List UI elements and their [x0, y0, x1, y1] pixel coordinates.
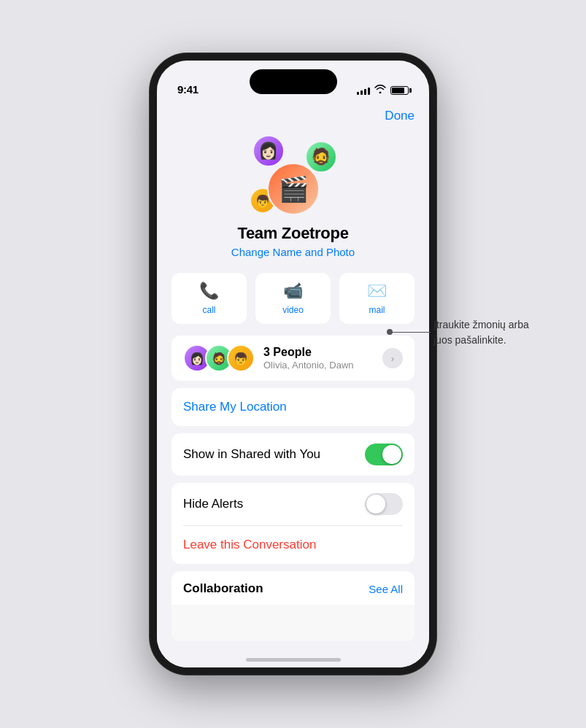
dynamic-island: [250, 69, 337, 94]
hide-alerts-toggle[interactable]: [365, 493, 403, 515]
callout-h-line: [393, 332, 431, 333]
home-indicator: [246, 658, 341, 662]
callout-text: Įtraukite žmonių arbajuos pašalinkite.: [433, 317, 550, 348]
share-location-row[interactable]: Share My Location: [171, 388, 415, 426]
signal-bar-1: [357, 92, 359, 95]
alerts-leave-card: Hide Alerts Leave this Conversation: [171, 483, 415, 564]
collaboration-title: Collaboration: [183, 581, 263, 596]
mail-button[interactable]: ✉️ mail: [339, 273, 415, 324]
callout-dot: [387, 329, 393, 335]
mute-button: [150, 133, 151, 158]
video-button[interactable]: 📹 video: [255, 273, 331, 324]
video-label: video: [282, 305, 304, 315]
people-row[interactable]: 👩🏻 🧔 👦 3 People Olivia, Antonio, Dawn ›: [171, 336, 415, 381]
mail-icon: ✉️: [367, 282, 387, 301]
screen: 9:41: [157, 61, 429, 667]
people-avatars: 👩🏻 🧔 👦: [183, 344, 255, 372]
avatar-top-left: 👩🏻: [252, 135, 285, 167]
leave-row[interactable]: Leave this Conversation: [171, 526, 415, 564]
video-icon: 📹: [283, 282, 303, 301]
power-button: [435, 177, 436, 243]
chevron-right-icon: ›: [391, 353, 394, 364]
share-location-card: Share My Location: [171, 388, 415, 426]
avatar-main: 🎬: [267, 163, 320, 215]
group-avatar-cluster: 👩🏻 🧔 👦 🎬: [250, 135, 337, 215]
hide-alerts-row: Hide Alerts: [171, 483, 415, 525]
volume-down-button: [150, 230, 151, 278]
people-chevron-button[interactable]: ›: [382, 348, 403, 368]
show-shared-label: Show in Shared with You: [183, 447, 320, 462]
callout-annotation: Įtraukite žmonių arbajuos pašalinkite.: [387, 317, 586, 348]
toggle-thumb: [382, 445, 401, 464]
profile-section: 👩🏻 🧔 👦 🎬 Team Zoetrope: [157, 129, 429, 273]
signal-bar-2: [361, 90, 363, 95]
person-avatar-3: 👦: [227, 344, 255, 372]
header: Done: [157, 100, 429, 129]
collaboration-preview: [171, 605, 415, 641]
show-shared-row: Show in Shared with You: [171, 433, 415, 476]
show-shared-card: Show in Shared with You: [171, 433, 415, 476]
mail-label: mail: [369, 305, 385, 315]
signal-bar-3: [364, 89, 366, 95]
volume-up-button: [150, 171, 151, 220]
collaboration-header: Collaboration See All: [171, 571, 415, 605]
share-location-label: Share My Location: [183, 400, 287, 414]
done-button[interactable]: Done: [385, 109, 415, 123]
phone-icon: 📞: [199, 282, 219, 301]
see-all-button[interactable]: See All: [369, 583, 403, 595]
people-section-card: 👩🏻 🧔 👦 3 People Olivia, Antonio, Dawn ›: [171, 336, 415, 381]
people-names-label: Olivia, Antonio, Dawn: [263, 360, 382, 371]
status-time: 9:41: [177, 83, 198, 96]
group-name: Team Zoetrope: [237, 224, 348, 243]
toggle-thumb-2: [366, 495, 385, 514]
callout-line: [387, 329, 431, 335]
wifi-icon: [374, 85, 386, 96]
status-icons: [357, 85, 409, 96]
battery-fill: [392, 88, 404, 93]
hide-alerts-label: Hide Alerts: [183, 497, 243, 511]
change-name-photo-button[interactable]: Change Name and Photo: [231, 246, 355, 258]
signal-bar-4: [368, 88, 370, 95]
battery-icon: [390, 86, 409, 95]
signal-icon: [357, 86, 370, 95]
people-count-label: 3 People: [263, 346, 382, 359]
call-button[interactable]: 📞 call: [171, 273, 247, 324]
people-info: 3 People Olivia, Antonio, Dawn: [263, 346, 382, 371]
phone-frame: 9:41: [150, 53, 436, 675]
call-label: call: [202, 305, 215, 315]
leave-conversation-label: Leave this Conversation: [183, 538, 316, 551]
show-shared-toggle[interactable]: [365, 444, 403, 465]
scroll-content[interactable]: Done 👩🏻 🧔 👦: [157, 100, 429, 667]
collaboration-card: Collaboration See All: [171, 571, 415, 641]
